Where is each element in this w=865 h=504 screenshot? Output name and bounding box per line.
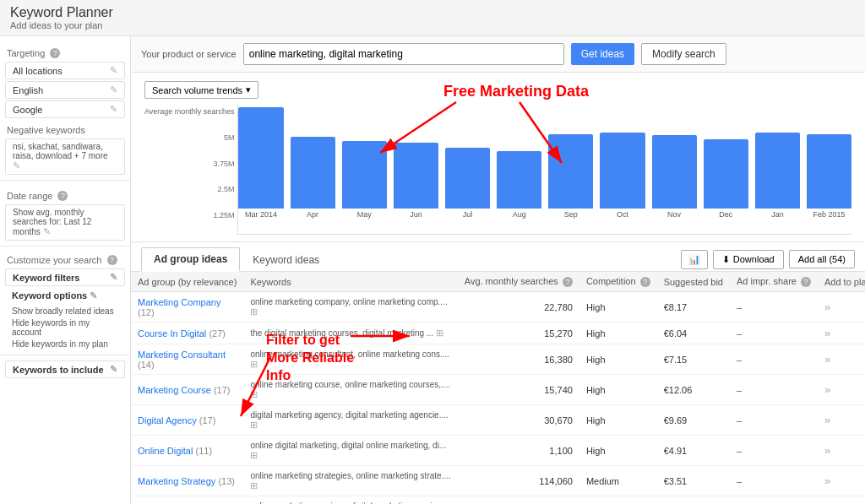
- avg-monthly-cell: 1,100: [458, 436, 579, 466]
- ad-group-link[interactable]: Marketing Consultant (14): [138, 350, 226, 370]
- add-to-plan-icon[interactable]: »: [824, 444, 830, 457]
- keywords-text: online marketing course, online marketin…: [250, 380, 450, 389]
- network-edit-icon[interactable]: ✎: [110, 104, 117, 115]
- chart-bar-group: Sep: [548, 134, 593, 219]
- add-to-plan-cell[interactable]: »: [818, 344, 865, 375]
- chart-bar-label: May: [357, 210, 372, 219]
- competition-value: High: [586, 328, 606, 339]
- date-range-edit-icon[interactable]: ✎: [43, 226, 51, 236]
- chart-dropdown-button[interactable]: Search volume trends ▾: [144, 81, 258, 99]
- add-to-plan-cell[interactable]: »: [818, 322, 865, 344]
- avg-monthly-help-icon[interactable]: ?: [563, 277, 573, 287]
- chart-bar-group: Oct: [600, 133, 645, 219]
- add-to-plan-icon[interactable]: »: [824, 474, 830, 487]
- network-label: Google: [13, 105, 42, 115]
- add-to-plan-cell[interactable]: »: [818, 375, 865, 405]
- sidebar-divider-3: [0, 355, 130, 355]
- col-keywords: Keywords: [243, 272, 457, 292]
- mini-chart-icon[interactable]: ⊞: [250, 389, 258, 399]
- table-row: Marketing Services (5) online marketing …: [131, 496, 865, 505]
- chart-bar: [652, 135, 697, 209]
- suggested-bid-value: €3.51: [664, 476, 688, 486]
- keywords-text: the digital marketing courses, digital m…: [250, 328, 433, 338]
- avg-monthly-value: 1,100: [549, 446, 573, 456]
- language-item[interactable]: English ✎: [5, 81, 125, 99]
- mini-chart-icon[interactable]: ⊞: [250, 306, 258, 317]
- ad-group-link[interactable]: Course In Digital (27): [138, 328, 226, 339]
- keyword-filters-item[interactable]: Keyword filters ✎: [5, 268, 125, 286]
- chart-bar-group: May: [342, 141, 387, 219]
- add-to-plan-icon[interactable]: »: [824, 301, 830, 313]
- ad-impr-share-cell: –: [730, 344, 818, 375]
- top-bar: Your product or service Get ideas Modify…: [131, 36, 865, 73]
- targeting-help-icon[interactable]: ?: [50, 48, 60, 58]
- customize-help-icon[interactable]: ?: [107, 255, 117, 265]
- date-range-help-icon[interactable]: ?: [57, 191, 68, 201]
- add-all-button[interactable]: Add all (54): [789, 250, 855, 268]
- get-ideas-button[interactable]: Get ideas: [571, 43, 634, 65]
- keywords-to-include-item[interactable]: Keywords to include ✎: [5, 360, 125, 378]
- add-to-plan-cell[interactable]: »: [818, 436, 865, 466]
- language-edit-icon[interactable]: ✎: [110, 84, 117, 95]
- keywords-cell: online marketing course, online marketin…: [243, 375, 457, 405]
- chart-view-button[interactable]: 📊: [681, 250, 708, 269]
- ad-impr-share-cell: –: [730, 405, 818, 436]
- locations-edit-icon[interactable]: ✎: [110, 65, 117, 76]
- chart-bar-label: Dec: [719, 210, 732, 219]
- competition-cell: High: [579, 292, 657, 322]
- ad-group-link[interactable]: Marketing Course (17): [138, 385, 230, 395]
- ad-group-link[interactable]: Marketing Strategy (13): [138, 476, 235, 486]
- competition-cell: High: [579, 496, 657, 505]
- modify-search-button[interactable]: Modify search: [641, 43, 726, 65]
- suggested-bid-cell: €9.69: [657, 405, 730, 436]
- keyword-options-label: Keyword options ✎: [5, 288, 125, 304]
- kw-include-edit-icon[interactable]: ✎: [110, 364, 117, 375]
- ad-impr-help-icon[interactable]: ?: [801, 277, 811, 287]
- mini-chart-icon[interactable]: ⊞: [250, 450, 258, 460]
- ad-group-cell: Digital Agency (17): [131, 405, 243, 436]
- add-to-plan-cell[interactable]: »: [818, 405, 865, 436]
- targeting-label: Targeting ?: [0, 43, 130, 60]
- add-to-plan-cell[interactable]: »: [818, 496, 865, 505]
- mini-chart-icon[interactable]: ⊞: [250, 480, 258, 490]
- add-to-plan-cell[interactable]: »: [818, 466, 865, 496]
- tab-keyword-ideas[interactable]: Keyword ideas: [240, 248, 332, 271]
- ad-impr-share-value: –: [737, 446, 742, 456]
- add-to-plan-icon[interactable]: »: [824, 327, 830, 339]
- suggested-bid-value: €9.69: [664, 415, 688, 425]
- ad-group-cell: Online Digital (11): [131, 436, 243, 466]
- product-input[interactable]: [243, 43, 564, 65]
- tab-ad-group-ideas[interactable]: Ad group ideas: [141, 247, 240, 272]
- chart-bar-label: Apr: [307, 210, 318, 219]
- download-button[interactable]: ⬇ Download: [713, 250, 784, 269]
- negative-keywords-value[interactable]: nsi, skachat, sandiwara, raisa, download…: [5, 138, 125, 175]
- chart-bar-label: Jul: [463, 210, 473, 219]
- kw-filters-edit-icon[interactable]: ✎: [110, 272, 117, 283]
- mini-chart-icon[interactable]: ⊞: [250, 420, 258, 430]
- chart-bar-group: Dec: [704, 139, 748, 219]
- competition-cell: High: [579, 375, 657, 405]
- competition-help-icon[interactable]: ?: [640, 277, 650, 287]
- date-range-value[interactable]: Show avg. monthly searches for: Last 12 …: [5, 204, 125, 241]
- add-to-plan-icon[interactable]: »: [824, 383, 830, 396]
- add-to-plan-cell[interactable]: »: [818, 292, 865, 322]
- sidebar: Targeting ? All locations ✎ English ✎ Go…: [0, 36, 131, 504]
- keywords-cell: online marketing strategies, online mark…: [243, 466, 457, 496]
- ad-group-link[interactable]: Marketing Company (12): [138, 297, 220, 317]
- avg-monthly-value: 15,740: [544, 385, 573, 395]
- mini-chart-icon[interactable]: ⊞: [436, 328, 443, 338]
- avg-monthly-cell: 16,380: [458, 344, 579, 375]
- locations-item[interactable]: All locations ✎: [5, 62, 125, 79]
- neg-keywords-edit-icon[interactable]: ✎: [13, 160, 20, 171]
- ad-group-link[interactable]: Digital Agency (17): [138, 415, 215, 425]
- competition-cell: High: [579, 322, 657, 344]
- ad-impr-share-value: –: [737, 385, 742, 395]
- kw-options-edit-icon[interactable]: ✎: [90, 290, 97, 301]
- mini-chart-icon[interactable]: ⊞: [250, 359, 258, 369]
- chart-bar: [342, 141, 387, 209]
- chart-bar: [394, 143, 438, 209]
- add-to-plan-icon[interactable]: »: [824, 414, 830, 426]
- add-to-plan-icon[interactable]: »: [824, 353, 830, 366]
- ad-group-link[interactable]: Online Digital (11): [138, 446, 212, 456]
- network-item[interactable]: Google ✎: [5, 100, 125, 118]
